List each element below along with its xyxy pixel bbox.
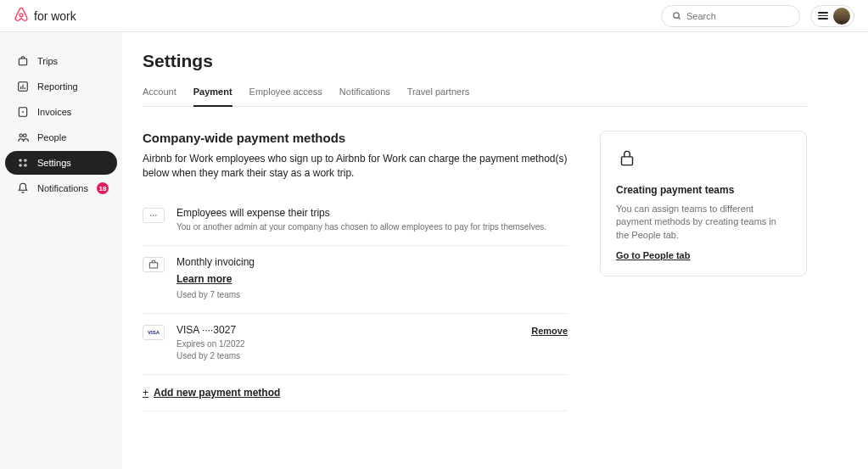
sidebar: Trips Reporting Invoices People Settings… (0, 32, 122, 469)
visa-icon: VISA (143, 325, 165, 340)
payment-section: Company-wide payment methods Airbnb for … (143, 131, 568, 411)
svg-point-14 (20, 165, 21, 166)
pm-title: Employees will expense their trips (176, 207, 568, 219)
svg-rect-16 (149, 262, 157, 267)
briefcase-icon (143, 257, 165, 272)
sidebar-item-people[interactable]: People (5, 126, 117, 149)
info-card: Creating payment teams You can assign te… (600, 131, 807, 276)
svg-rect-17 (622, 157, 633, 165)
settings-icon (17, 157, 29, 169)
header-right (661, 5, 854, 27)
sidebar-item-label: People (37, 132, 66, 142)
svg-point-12 (20, 159, 21, 161)
sidebar-item-invoices[interactable]: Invoices (5, 100, 117, 124)
bell-icon (17, 182, 29, 194)
pm-used-by: Used by 7 teams (176, 289, 568, 301)
sidebar-item-notifications[interactable]: Notifications 18 (5, 176, 117, 200)
remove-button[interactable]: Remove (531, 326, 568, 336)
svg-point-15 (25, 165, 26, 166)
expense-icon (143, 208, 165, 223)
svg-point-1 (674, 12, 679, 17)
search-box[interactable] (661, 5, 800, 27)
top-header: for work (0, 0, 868, 32)
people-icon (17, 131, 29, 143)
sidebar-item-trips[interactable]: Trips (5, 49, 117, 73)
add-label: Add new payment method (154, 387, 280, 399)
menu-icon (818, 12, 828, 20)
tab-travel-partners[interactable]: Travel partners (407, 87, 470, 107)
tab-employee-access[interactable]: Employee access (249, 87, 322, 107)
lock-icon (616, 147, 791, 172)
tabs: Account Payment Employee access Notifica… (143, 87, 807, 107)
sidebar-item-label: Reporting (37, 81, 78, 92)
add-payment-method[interactable]: + Add new payment method (143, 375, 568, 411)
sidebar-item-settings[interactable]: Settings (5, 151, 117, 175)
brand-logo[interactable]: for work (14, 7, 76, 25)
page-title: Settings (143, 51, 807, 71)
plus-icon: + (143, 387, 148, 399)
svg-point-13 (25, 159, 26, 161)
svg-point-10 (20, 134, 23, 137)
sidebar-item-reporting[interactable]: Reporting (5, 75, 117, 98)
sidebar-item-label: Invoices (37, 107, 71, 117)
tab-notifications[interactable]: Notifications (339, 87, 390, 107)
payment-method-card: VISA VISA ····3027 Expires on 1/2022 Use… (143, 314, 568, 375)
tab-account[interactable]: Account (143, 87, 176, 107)
payment-method-expense: Employees will expense their trips You o… (143, 197, 568, 246)
search-icon (672, 8, 681, 24)
suitcase-icon (17, 55, 29, 67)
tab-payment[interactable]: Payment (193, 87, 232, 107)
card-title: Creating payment teams (616, 184, 791, 196)
svg-point-11 (24, 134, 26, 137)
pm-sub: You or another admin at your company has… (176, 221, 568, 233)
chart-icon (17, 81, 29, 92)
card-desc: You can assign teams to different paymen… (616, 203, 791, 242)
brand-text: for work (34, 9, 76, 23)
sidebar-item-label: Trips (37, 56, 58, 66)
section-desc: Airbnb for Work employees who sign up to… (143, 152, 568, 181)
sidebar-item-label: Settings (37, 158, 71, 168)
main-content: Settings Account Payment Employee access… (122, 32, 868, 469)
pm-title: Monthly invoicing (176, 256, 568, 268)
airbnb-logo-icon (14, 7, 29, 25)
learn-more-link[interactable]: Learn more (176, 272, 232, 287)
section-title: Company-wide payment methods (143, 131, 568, 145)
go-to-people-link[interactable]: Go to People tab (616, 250, 791, 260)
pm-used-by: Used by 2 teams (176, 350, 568, 362)
notification-badge: 18 (97, 182, 109, 194)
avatar (833, 8, 850, 25)
pm-expires: Expires on 1/2022 (176, 338, 568, 350)
svg-line-2 (678, 17, 680, 19)
sidebar-item-label: Notifications (37, 183, 88, 193)
svg-rect-3 (19, 59, 26, 65)
profile-menu[interactable] (810, 5, 854, 27)
payment-method-monthly: Monthly invoicing Learn more Used by 7 t… (143, 246, 568, 314)
svg-point-0 (20, 13, 23, 16)
search-input[interactable] (686, 11, 789, 21)
pm-title: VISA ····3027 (176, 324, 568, 336)
invoice-icon (17, 106, 29, 118)
